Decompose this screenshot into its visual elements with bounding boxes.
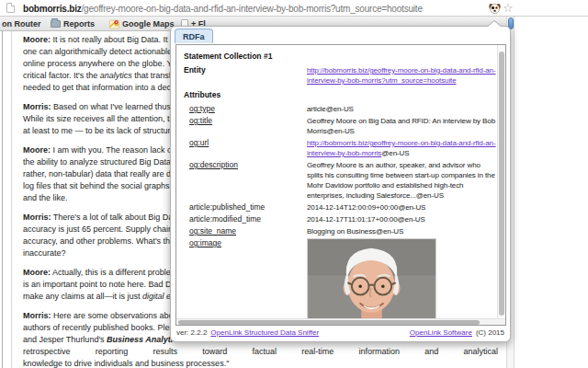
attribute-name-link[interactable]: og:site_name (189, 226, 307, 236)
attribute-value: Geoffrey Moore on Big Data and RFID: An … (307, 116, 497, 136)
url-bar[interactable]: bobmorris.biz/geoffrey-moore-on-big-data… (0, 0, 588, 17)
tab-rdfa[interactable]: RDFa (175, 29, 213, 43)
popup-footer: ver: 2.2.2 OpenLink Structured Data Snif… (176, 327, 504, 338)
url-text[interactable]: bobmorris.biz/geoffrey-moore-on-big-data… (23, 4, 423, 14)
attributes-list: og:typearticle@en-USog:titleGeoffrey Moo… (184, 104, 497, 318)
osds-extension-icon[interactable] (489, 2, 501, 14)
attribute-value: http://bobmorris.biz/geoffrey-moore-on-b… (307, 138, 497, 158)
bookmark-star-icon[interactable]: ☆ (503, 0, 514, 16)
version-label: ver: 2.2.2 (176, 328, 207, 337)
browser-window: bobmorris.biz/geoffrey-moore-on-big-data… (0, 0, 588, 368)
attribute-name-link[interactable]: og:image (189, 238, 307, 318)
attribute-value: Blogging on Business@en-US (307, 226, 497, 236)
attributes-label: Attributes (184, 90, 497, 99)
attribute-row: og:descriptionGeoffrey Moore is an autho… (184, 160, 497, 201)
bookmark-item-google-maps[interactable]: Google Maps (109, 18, 175, 29)
attribute-name-link[interactable]: og:url (189, 138, 307, 158)
attribute-value-suffix: @en-US (381, 149, 409, 157)
osds-popup: RDFa Statement Collection #1 Entity http… (170, 26, 511, 342)
bookmark-item-router[interactable]: on Router (2, 18, 41, 29)
attribute-row: og:titleGeoffrey Moore on Big Data and R… (184, 116, 497, 136)
attribute-name-link[interactable]: og:type (189, 104, 307, 114)
attribute-value: article@en-US (307, 104, 497, 114)
attribute-row: article:published_time2014-12-14T12:00:0… (184, 202, 497, 213)
attribute-row: og:urlhttp://bobmorris.biz/geoffrey-moor… (184, 138, 497, 158)
attribute-name-link[interactable]: og:title (189, 116, 307, 136)
copyright-label: (C) 2015 (476, 328, 504, 337)
sniffer-link[interactable]: OpenLink Structured Data Sniffer (210, 328, 319, 337)
bookmark-item-reports[interactable]: Reports (51, 18, 95, 29)
collection-title: Statement Collection #1 (184, 52, 497, 61)
attribute-row: og:image @en-US (184, 238, 497, 318)
og-image-photo (307, 238, 436, 318)
bookmark-label: Google Maps (122, 19, 175, 29)
attribute-name-text: article:published_time (189, 202, 307, 213)
attribute-row: og:typearticle@en-US (184, 104, 497, 114)
url-domain: bobmorris.biz (23, 4, 82, 14)
attribute-name-link[interactable]: og:description (189, 160, 307, 201)
panel-horizontal-scrollbar-thumb[interactable] (178, 320, 480, 325)
statement-panel-content: Statement Collection #1 Entity http://bo… (176, 45, 497, 318)
bookmark-label: Reports (63, 19, 95, 29)
folder-icon (51, 20, 61, 28)
attribute-value: Geoffrey Moore is an author, speaker, an… (307, 160, 497, 201)
panel-vertical-scrollbar[interactable] (497, 45, 505, 318)
statement-panel: Statement Collection #1 Entity http://bo… (175, 44, 506, 326)
page-favicon-icon (6, 3, 15, 13)
article-text-line: knowledge to drive individuals and busin… (23, 358, 498, 368)
google-maps-icon (109, 19, 119, 29)
url-path: /geoffrey-moore-on-big-data-and-rfid-an-… (82, 4, 423, 14)
attribute-value: 2014-12-17T11:01:17+00:00@en-US (307, 214, 497, 224)
attribute-name-text: article:modified_time (189, 214, 307, 224)
article-text-line: retrospective reporting results toward f… (23, 346, 498, 358)
attribute-row: og:site_nameBlogging on Business@en-US (184, 226, 497, 236)
attribute-row: article:modified_time2014-12-17T11:01:17… (184, 214, 497, 224)
content-column-border (11, 31, 12, 368)
attribute-value: 2014-12-14T12:00:09+00:00@en-US (307, 202, 497, 213)
attribute-value: @en-US (307, 238, 497, 318)
bookmark-label: on Router (2, 19, 41, 29)
panel-horizontal-scrollbar[interactable] (176, 318, 505, 325)
openlink-software-link[interactable]: OpenLink Software (410, 328, 472, 337)
panel-vertical-scrollbar-thumb[interactable] (499, 52, 504, 316)
entity-url-link[interactable]: http://bobmorris.biz/geoffrey-moore-on-b… (307, 65, 497, 86)
page-left-border (2, 31, 3, 368)
popup-caret (488, 21, 501, 27)
entity-row: Entity http://bobmorris.biz/geoffrey-moo… (184, 65, 497, 86)
entity-label: Entity (184, 65, 307, 86)
